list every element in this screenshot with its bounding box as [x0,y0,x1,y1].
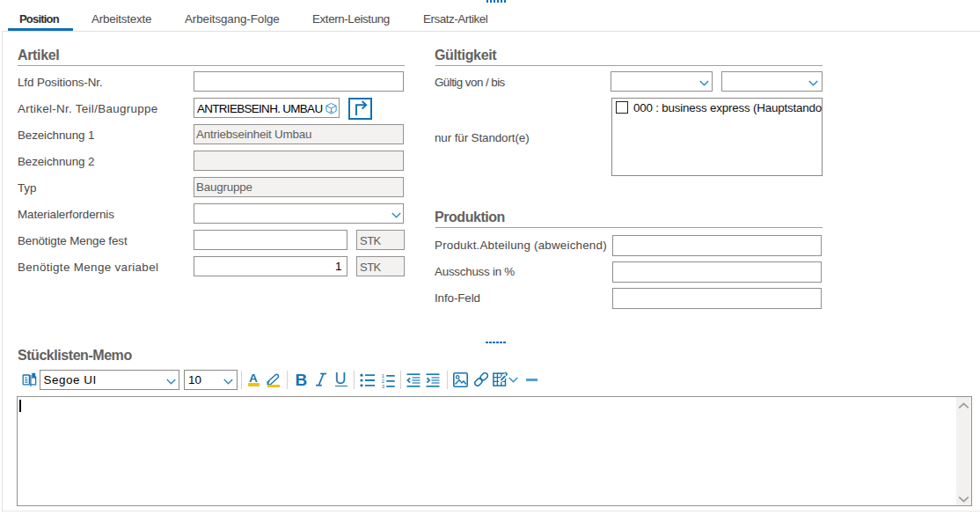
svg-text:2: 2 [382,379,384,384]
svg-text:3: 3 [382,384,385,389]
svg-text:1: 1 [382,372,384,378]
